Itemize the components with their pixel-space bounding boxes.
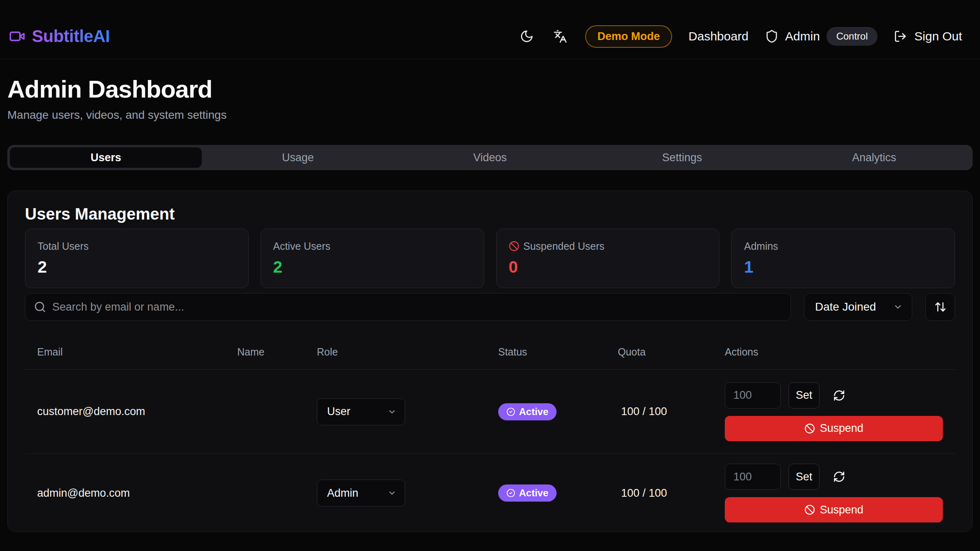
column-header-role: Role: [317, 346, 498, 358]
column-header-status: Status: [498, 346, 618, 358]
demo-mode-badge[interactable]: Demo Mode: [585, 25, 672, 48]
theme-toggle-button[interactable]: [518, 28, 535, 45]
stat-card-admins: Admins 1: [731, 229, 955, 288]
dashboard-link[interactable]: Dashboard: [688, 29, 748, 43]
admin-role-group: Admin Control: [765, 27, 878, 46]
row-actions: Set Suspend: [725, 464, 943, 522]
sort-direction-button[interactable]: [925, 293, 955, 321]
translate-icon: [553, 29, 567, 43]
role-select[interactable]: User: [317, 398, 405, 425]
admin-label: Admin: [785, 29, 820, 43]
status-badge: Active: [498, 403, 557, 420]
circle-check-icon: [506, 489, 515, 498]
suspend-button[interactable]: Suspend: [725, 416, 943, 441]
search-icon: [34, 301, 46, 313]
log-out-icon: [894, 30, 907, 43]
role-select-value: Admin: [327, 487, 359, 500]
section-title: Users Management: [25, 205, 955, 223]
stat-value: 2: [38, 258, 236, 276]
row-actions: Set Suspend: [725, 382, 943, 441]
ban-icon: [804, 504, 815, 515]
user-email: customer@demo.com: [37, 405, 237, 418]
page-title: Admin Dashboard: [7, 76, 972, 102]
circle-check-icon: [506, 407, 515, 416]
stat-label: Active Users: [273, 240, 330, 253]
video-camera-icon: [9, 28, 25, 44]
chevron-down-icon: [388, 489, 396, 498]
stat-label: Admins: [744, 240, 778, 253]
stat-value: 1: [744, 258, 942, 276]
stat-card-total-users: Total Users 2: [25, 229, 249, 288]
chevron-down-icon: [388, 407, 396, 416]
column-header-quota: Quota: [618, 346, 725, 358]
column-header-actions: Actions: [725, 346, 943, 358]
tab-usage[interactable]: Usage: [202, 147, 394, 168]
tab-analytics[interactable]: Analytics: [778, 147, 970, 168]
suspend-label: Suspend: [820, 422, 864, 435]
set-quota-button[interactable]: Set: [788, 382, 820, 409]
refresh-icon: [833, 471, 845, 483]
sort-field-select[interactable]: Date Joined: [804, 293, 912, 321]
search-input[interactable]: [25, 293, 791, 321]
status-label: Active: [519, 487, 548, 499]
control-badge: Control: [826, 27, 878, 46]
column-header-email: Email: [37, 346, 237, 358]
search-container: [25, 293, 791, 321]
status-badge: Active: [498, 484, 557, 502]
users-management-panel: Users Management Total Users 2 Active Us…: [7, 191, 973, 532]
stat-card-active-users: Active Users 2: [261, 229, 484, 288]
stat-card-suspended-users: Suspended Users 0: [496, 229, 720, 288]
quota-input[interactable]: [725, 464, 781, 490]
reset-quota-button[interactable]: [833, 471, 845, 483]
status-label: Active: [519, 406, 548, 418]
tab-videos[interactable]: Videos: [394, 147, 586, 168]
stat-label: Total Users: [38, 240, 89, 253]
nav-actions: Demo Mode Dashboard Admin Control Sign O…: [518, 25, 962, 48]
arrow-up-down-icon: [934, 301, 947, 313]
table-row: customer@demo.com User Active 100 / 100: [25, 370, 955, 454]
sign-out-button[interactable]: Sign Out: [894, 29, 962, 43]
tab-bar: Users Usage Videos Settings Analytics: [7, 145, 973, 170]
set-quota-button[interactable]: Set: [788, 464, 820, 490]
sort-field-value: Date Joined: [815, 300, 876, 313]
stats-row: Total Users 2 Active Users 2 Suspended U…: [25, 229, 955, 288]
page-header: Admin Dashboard Manage users, videos, an…: [0, 59, 980, 121]
stat-value: 0: [509, 258, 707, 276]
user-email: admin@demo.com: [37, 487, 237, 500]
ban-icon: [804, 423, 815, 434]
column-header-name: Name: [237, 346, 317, 358]
quota-value: 100 / 100: [618, 487, 725, 500]
language-toggle-button[interactable]: [552, 28, 569, 45]
page-subtitle: Manage users, videos, and system setting…: [7, 109, 972, 121]
stat-value: 2: [273, 258, 472, 276]
filter-row: Date Joined: [25, 293, 955, 321]
sign-out-label: Sign Out: [914, 29, 962, 43]
role-select[interactable]: Admin: [317, 480, 405, 507]
quota-input[interactable]: [725, 382, 781, 409]
chevron-down-icon: [893, 302, 903, 312]
tab-settings[interactable]: Settings: [586, 147, 778, 168]
brand-logo[interactable]: SubtitleAI: [9, 27, 110, 46]
moon-icon: [520, 29, 534, 43]
stat-label: Suspended Users: [523, 240, 605, 253]
suspend-button[interactable]: Suspend: [725, 497, 943, 522]
reset-quota-button[interactable]: [833, 389, 845, 402]
shield-icon: [765, 29, 779, 43]
role-select-value: User: [327, 405, 350, 418]
brand-name: SubtitleAI: [32, 27, 110, 46]
table-row: admin@demo.com Admin Active 100 / 100 Se: [25, 454, 955, 532]
quota-value: 100 / 100: [618, 405, 725, 418]
suspend-label: Suspend: [820, 504, 864, 516]
tab-users[interactable]: Users: [10, 147, 202, 168]
ban-icon: [509, 241, 519, 251]
navbar: SubtitleAI Demo Mode Dashboard Admin Con…: [0, 0, 980, 59]
refresh-icon: [833, 389, 845, 402]
table-header: Email Name Role Status Quota Actions: [25, 346, 955, 370]
